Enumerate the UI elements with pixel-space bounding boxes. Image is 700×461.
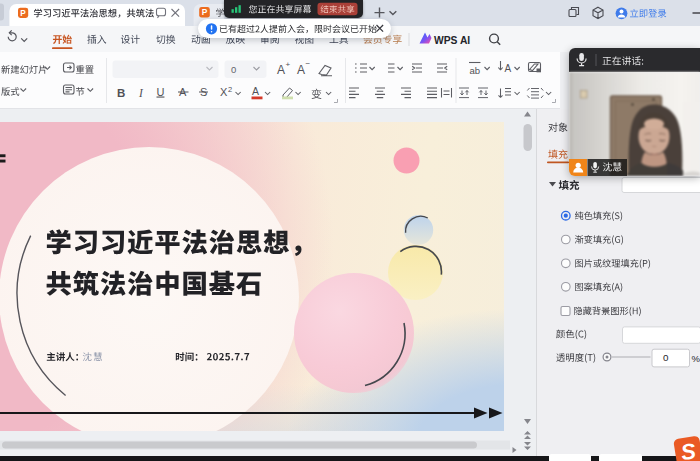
svg-text:+: + (286, 60, 291, 69)
svg-text:2: 2 (228, 85, 232, 94)
svg-text:0: 0 (663, 352, 669, 363)
svg-text:A: A (297, 63, 305, 77)
svg-text:P: P (202, 7, 208, 17)
svg-text:U: U (157, 86, 165, 98)
svg-text:%: % (692, 353, 700, 364)
svg-text:WPS AI: WPS AI (434, 35, 470, 46)
svg-text:A: A (252, 85, 259, 97)
svg-text:0: 0 (231, 64, 236, 75)
svg-text:P: P (20, 9, 26, 18)
svg-text:X: X (220, 86, 228, 98)
svg-text:I: I (138, 87, 144, 99)
svg-text:A: A (505, 63, 512, 74)
svg-text:A: A (277, 63, 285, 77)
svg-text:B: B (117, 87, 125, 99)
svg-text:ab: ab (470, 65, 481, 76)
svg-text:−: − (306, 59, 311, 68)
